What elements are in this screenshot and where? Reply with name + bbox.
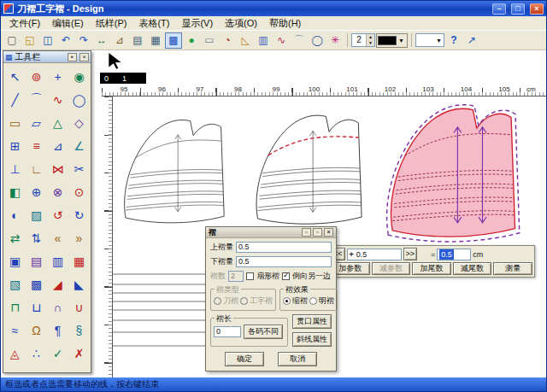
maximize-button[interactable]: □ (511, 3, 525, 15)
opening-property-button[interactable]: 贯口属性 (292, 314, 332, 329)
reverse-side-checkbox[interactable] (282, 272, 290, 280)
context-help-button[interactable]: ↗ (463, 32, 480, 49)
palette-tool-icon[interactable]: ▤ (26, 249, 47, 272)
palette-tool-icon[interactable]: ⊓ (4, 295, 26, 319)
palette-tool-icon[interactable]: ▦ (68, 249, 90, 272)
redo-icon[interactable]: ↷ (75, 32, 92, 49)
palette-tool-icon[interactable]: ⊕ (26, 180, 47, 203)
palette-tool-icon[interactable]: ↺ (47, 203, 68, 226)
palette-tool-icon[interactable]: ⊗ (47, 180, 68, 203)
cancel-button[interactable]: 取消 (278, 352, 317, 366)
palette-tool-icon[interactable]: ≡ (26, 134, 47, 157)
color-wheel-icon[interactable]: ✳ (326, 32, 344, 49)
circle-icon[interactable]: ◯ (309, 32, 326, 49)
palette-tool-icon[interactable]: ◣ (68, 272, 90, 295)
palette-tool-icon[interactable]: ⊙ (68, 180, 90, 203)
palette-tool-icon[interactable]: ▭ (4, 111, 26, 134)
lower-pleat-input[interactable]: 0.5 (236, 256, 332, 267)
palette-tool-icon[interactable]: ⋈ (47, 157, 68, 180)
visible-pleat-radio[interactable] (309, 297, 317, 305)
curve-icon[interactable]: ∿ (273, 32, 290, 49)
diagonal-property-button[interactable]: 斜线属性 (292, 332, 332, 347)
param-action-button[interactable]: 减尾数 (453, 262, 492, 275)
sheet-icon[interactable]: ▦ (147, 32, 164, 49)
tool-palette-titlebar[interactable]: ▦ 工具栏 ▪ × (3, 51, 91, 63)
palette-tool-icon[interactable]: ◢ (47, 272, 68, 295)
cylinder-icon[interactable]: ▭ (201, 32, 218, 49)
menu-item[interactable]: 纸样(P) (90, 16, 133, 31)
palette-tool-icon[interactable]: » (68, 226, 90, 249)
palette-tool-icon[interactable]: ∿ (47, 88, 68, 111)
palette-tool-icon[interactable]: ▥ (47, 249, 68, 272)
close-button[interactable]: × (530, 3, 544, 15)
zoom-dropdown[interactable]: ▼ (415, 33, 444, 47)
open-icon[interactable]: ◱ (21, 32, 38, 49)
palette-tool-icon[interactable]: ≈ (4, 319, 26, 342)
palette-tool-icon[interactable]: ◬ (4, 342, 26, 365)
palette-tool-icon[interactable]: ∠ (68, 134, 90, 157)
param-result-field[interactable]: 0.5 (437, 249, 471, 260)
menu-item[interactable]: 显示(V) (175, 16, 219, 31)
palette-tool-icon[interactable]: ∴ (26, 342, 47, 365)
table-icon[interactable]: ▤ (129, 32, 146, 49)
shrink-pleat-radio[interactable] (283, 297, 291, 305)
param-action-button[interactable]: 减参数 (372, 262, 411, 275)
palette-tool-icon[interactable]: ◉ (68, 65, 90, 88)
sphere-icon[interactable]: ● (183, 32, 200, 49)
set-square-icon[interactable]: ◺ (237, 32, 254, 49)
palette-tool-icon[interactable]: ✂ (68, 157, 90, 180)
menu-item[interactable]: 编辑(E) (46, 16, 90, 31)
param-action-button[interactable]: 加尾数 (412, 262, 451, 275)
palette-tool-icon[interactable]: ▣ (4, 249, 26, 272)
palette-tool-icon[interactable]: ▩ (26, 272, 47, 295)
pattern-piece-1[interactable] (125, 120, 225, 222)
param-value-field[interactable]: + 0.5 (347, 249, 402, 260)
palette-tool-icon[interactable]: ▧ (4, 272, 26, 295)
palette-tool-icon[interactable]: + (47, 65, 68, 88)
palette-close-button[interactable]: × (79, 53, 89, 61)
palette-tool-icon[interactable]: ∩ (47, 295, 68, 319)
dialog-close-button[interactable]: × (324, 228, 333, 237)
palette-tool-icon[interactable]: △ (47, 111, 68, 134)
menu-item[interactable]: 帮助(H) (263, 16, 307, 31)
palette-tool-icon[interactable]: ⊥ (4, 157, 26, 180)
palette-tool-icon[interactable]: ◯ (68, 88, 90, 111)
save-icon[interactable]: ◫ (39, 32, 56, 49)
palette-tool-icon[interactable]: ◇ (68, 111, 90, 134)
palette-tool-icon[interactable]: ⇅ (26, 226, 47, 249)
undo-icon[interactable]: ↶ (57, 32, 74, 49)
menu-item[interactable]: 表格(T) (132, 16, 175, 31)
palette-tool-icon[interactable]: ✗ (68, 342, 90, 365)
minimize-button[interactable]: – (492, 3, 506, 15)
pattern-piece-3-selected[interactable] (387, 105, 520, 242)
pleat-count-stepper[interactable]: 2 ▲ ▼ (351, 33, 375, 47)
palette-tool-icon[interactable]: ∟ (26, 157, 47, 180)
dialog-rollup-button[interactable]: ▫ (302, 228, 311, 237)
palette-tool-icon[interactable]: ∪ (68, 295, 90, 319)
param-action-button[interactable]: 测量 (493, 262, 532, 275)
palette-tool-icon[interactable]: ↻ (68, 203, 90, 226)
param-plus-icon[interactable]: + (350, 249, 354, 260)
chart-icon[interactable]: ▥ (255, 32, 272, 49)
palette-tool-icon[interactable]: « (47, 226, 68, 249)
move-icon[interactable]: ↔ (93, 32, 110, 49)
pleat-length-input[interactable]: 0 (214, 326, 241, 337)
help-button[interactable]: ? (445, 32, 462, 49)
palette-tool-icon[interactable]: ⊔ (26, 295, 47, 319)
palette-tool-icon[interactable]: ▱ (26, 111, 47, 134)
palette-tool-icon[interactable]: ⊿ (47, 134, 68, 157)
menu-item[interactable]: 文件(F) (3, 16, 46, 31)
palette-tool-icon[interactable]: ╱ (4, 88, 26, 111)
color-caret-icon[interactable]: ▼ (397, 38, 406, 44)
box-pleat-radio[interactable] (240, 297, 248, 305)
palette-tool-icon[interactable]: ◧ (4, 180, 26, 203)
pattern-canvas[interactable]: 褶 ▫ ▫ × 上褶量 0.5 下褶量 0.5 褶数 (113, 97, 546, 377)
upper-pleat-input[interactable]: 0.5 (236, 242, 332, 253)
menu-item[interactable]: 选项(O) (219, 16, 263, 31)
palette-tool-icon[interactable]: § (68, 319, 90, 342)
stepper-up-icon[interactable]: ▲ (367, 34, 374, 40)
compass-icon[interactable]: ◔ (219, 32, 236, 49)
palette-pin-button[interactable]: ▪ (68, 53, 77, 61)
palette-tool-icon[interactable]: ✓ (47, 342, 68, 365)
color-picker-button[interactable]: ▼ (376, 33, 408, 48)
